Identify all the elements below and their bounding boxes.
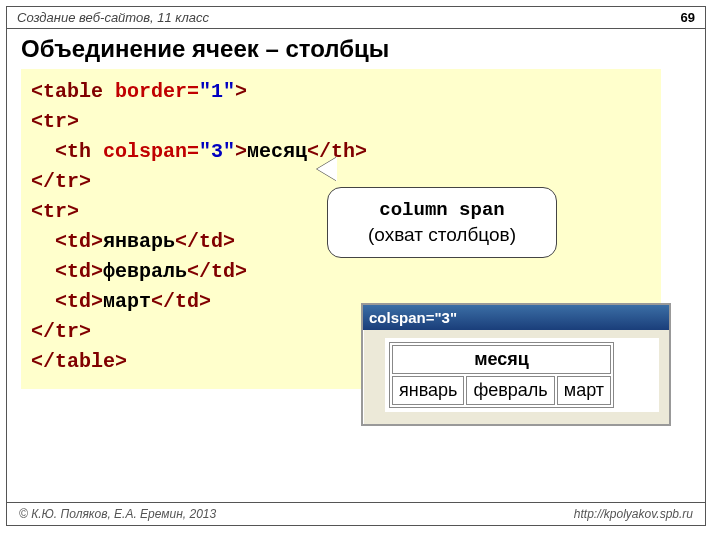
code-l6c: </td>	[175, 230, 235, 253]
code-l8c: </td>	[151, 290, 211, 313]
footer-url: http://kpolyakov.spb.ru	[574, 507, 693, 521]
code-l8a: <td>	[31, 290, 103, 313]
browser-titlebar: colspan="3"	[363, 305, 669, 330]
page-number: 69	[681, 10, 695, 25]
callout-desc: (охват столбцов)	[336, 223, 548, 248]
code-l4: </tr>	[31, 170, 91, 193]
code-l8b: март	[103, 290, 151, 313]
slide-header: Создание веб-сайтов, 11 класс 69	[7, 7, 705, 29]
slide: Создание веб-сайтов, 11 класс 69 Объедин…	[6, 6, 706, 526]
code-l2: <tr>	[31, 110, 79, 133]
code-l9: </tr>	[31, 320, 91, 343]
code-l3a: <th	[31, 140, 103, 163]
table-cell: февраль	[466, 376, 554, 405]
slide-title: Объединение ячеек – столбцы	[7, 29, 705, 69]
table-cell: январь	[392, 376, 464, 405]
slide-footer: © К.Ю. Поляков, Е.А. Еремин, 2013 http:/…	[7, 502, 705, 525]
code-l3c: "3"	[199, 140, 235, 163]
code-l3b: colspan=	[103, 140, 199, 163]
code-l1d: >	[235, 80, 247, 103]
table-cell: март	[557, 376, 611, 405]
code-l10: </table>	[31, 350, 127, 373]
code-l7c: </td>	[187, 260, 247, 283]
code-l7b: февраль	[103, 260, 187, 283]
topic-text: Создание веб-сайтов, 11 класс	[17, 10, 209, 25]
browser-body: месяц январь февраль март	[385, 338, 659, 412]
code-l6a: <td>	[31, 230, 103, 253]
code-l5: <tr>	[31, 200, 79, 223]
copyright-text: © К.Ю. Поляков, Е.А. Еремин, 2013	[19, 507, 216, 521]
code-l7a: <td>	[31, 260, 103, 283]
code-l1c: "1"	[199, 80, 235, 103]
callout-term: column span	[336, 198, 548, 223]
code-l3e: месяц	[247, 140, 307, 163]
table-header: месяц	[392, 345, 611, 374]
code-l6b: январь	[103, 230, 175, 253]
code-l3d: >	[235, 140, 247, 163]
example-table: месяц январь февраль март	[389, 342, 614, 408]
code-l1a: <table	[31, 80, 115, 103]
callout-box: column span (охват столбцов)	[327, 187, 557, 258]
browser-window: colspan="3" месяц январь февраль март	[361, 303, 671, 426]
code-l1b: border=	[115, 80, 199, 103]
callout-tail	[317, 157, 337, 181]
